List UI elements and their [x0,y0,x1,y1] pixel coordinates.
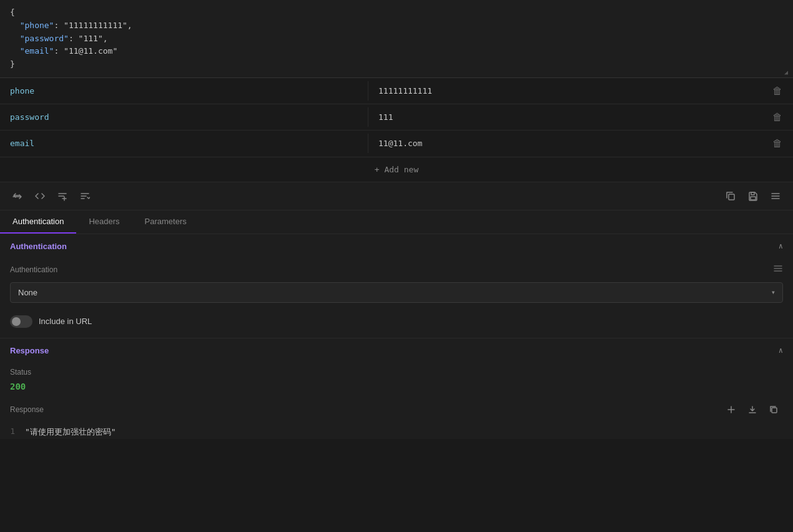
toolbar-right [721,187,786,205]
param-value-email[interactable]: 11@11.com [368,134,762,153]
add-param-button[interactable] [52,187,72,205]
response-section-header[interactable]: Response ∧ [0,338,793,363]
auth-dropdown-row[interactable]: None Basic Auth Bearer Token API Key ▾ [0,278,793,310]
code-button[interactable] [30,187,50,205]
param-value-phone[interactable]: 11111111111 [368,81,762,101]
download-button[interactable] [743,401,762,418]
delete-icon[interactable]: 🗑 [772,137,782,149]
table-row: phone 11111111111 🗑 [0,78,793,104]
delete-action-phone[interactable]: 🗑 [762,80,793,102]
param-key-email: email [0,134,368,153]
table-row: email 11@11.com 🗑 [0,131,793,157]
svg-rect-0 [729,194,734,200]
response-actions [722,401,783,418]
auth-type-select[interactable]: None Basic Auth Bearer Token API Key [10,282,783,303]
include-in-url-row: Include in URL [0,310,793,338]
response-label-text: Response [10,405,44,414]
svg-rect-2 [751,197,756,200]
include-in-url-label: Include in URL [39,317,92,326]
param-key-phone: phone [0,81,368,101]
auth-chevron-icon[interactable]: ∧ [779,242,783,250]
line-content-1: "请使用更加强壮的密码" [25,426,116,438]
tab-authentication[interactable]: Authentication [0,210,76,234]
check-button[interactable] [75,187,95,205]
svg-rect-1 [751,192,754,195]
toolbar-left [7,187,95,205]
table-row: password 111 🗑 [0,104,793,131]
json-content: { "phone": "11111111111", "password": "1… [10,6,783,71]
sort-button[interactable] [7,187,27,205]
param-value-password[interactable]: 111 [368,107,762,127]
add-new-row[interactable]: + Add new [0,157,793,182]
auth-sub-label-text: Authentication [10,265,57,274]
toolbar [0,182,793,210]
json-editor[interactable]: { "phone": "11111111111", "password": "1… [0,0,793,78]
resize-handle[interactable]: ◢ [784,69,792,76]
toggle-slider[interactable] [10,315,32,328]
response-section-title: Response [10,346,49,355]
delete-icon[interactable]: 🗑 [772,85,782,97]
svg-rect-3 [772,408,777,413]
response-label-row: Response [0,399,793,420]
auth-section-header[interactable]: Authentication ∧ [0,234,793,259]
delete-action-email[interactable]: 🗑 [762,132,793,154]
delete-icon[interactable]: 🗑 [772,111,782,123]
tab-headers[interactable]: Headers [76,210,132,234]
param-key-password: password [0,107,368,127]
auth-sub-label-row: Authentication [0,259,793,278]
auth-select-wrapper[interactable]: None Basic Auth Bearer Token API Key ▾ [10,282,783,303]
add-new-label: + Add new [375,165,418,174]
copy-button[interactable] [721,187,741,205]
copy-response-button[interactable] [764,401,783,418]
tabs-bar: Authentication Headers Parameters [0,210,793,234]
status-code: 200 [0,379,793,399]
response-section: Response ∧ Status 200 Response [0,338,793,439]
status-label: Status [0,363,793,379]
delete-action-password[interactable]: 🗑 [762,106,793,128]
include-in-url-toggle[interactable] [10,315,32,328]
save-button[interactable] [743,187,763,205]
menu-button[interactable] [766,187,786,205]
response-chevron-icon[interactable]: ∧ [779,346,783,355]
auth-section-title: Authentication [10,242,67,251]
line-number-1: 1 [0,426,25,436]
tab-parameters[interactable]: Parameters [132,210,199,234]
expand-button[interactable] [722,401,741,418]
response-code-area: 1 "请使用更加强壮的密码" [0,420,793,439]
code-line-1: 1 "请使用更加强壮的密码" [0,425,793,439]
auth-menu-icon[interactable] [773,264,783,276]
params-table: phone 11111111111 🗑 password 111 🗑 email… [0,78,793,157]
auth-section: Authentication ∧ Authentication None Bas… [0,234,793,338]
